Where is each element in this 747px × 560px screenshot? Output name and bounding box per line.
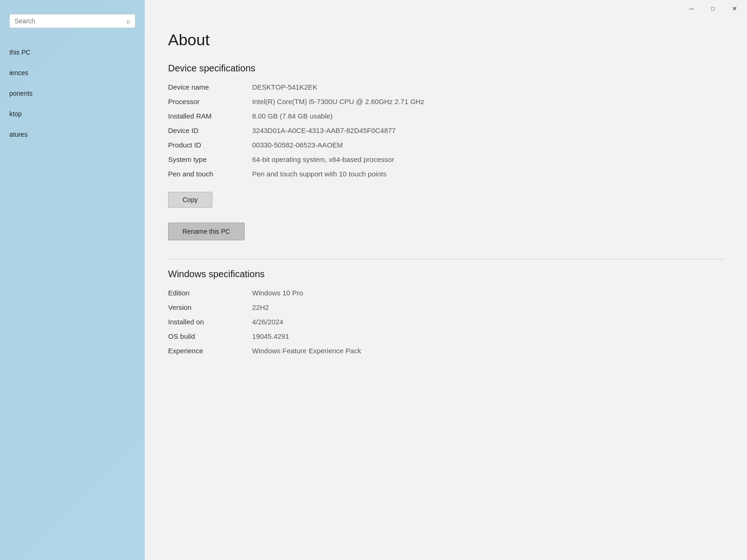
sidebar-item-this-pc[interactable]: this PC: [0, 42, 145, 63]
experience-label: Experience: [168, 347, 243, 355]
sidebar-item-desktop[interactable]: ktop: [0, 104, 145, 124]
device-specs-title: Device specifications: [168, 63, 724, 74]
ram-value: 8.00 GB (7.84 GB usable): [252, 112, 724, 120]
sidebar-item-features[interactable]: atures: [0, 124, 145, 145]
page-title: About: [168, 31, 724, 49]
pen-touch-label: Pen and touch: [168, 170, 243, 178]
edition-label: Edition: [168, 289, 243, 297]
system-type-value: 64-bit operating system, x64-based proce…: [252, 155, 724, 163]
section-divider: [168, 259, 724, 259]
device-id-label: Device ID: [168, 126, 243, 134]
search-box[interactable]: ⌕: [9, 14, 135, 28]
system-type-label: System type: [168, 155, 243, 163]
content-area: About Device specifications Device name …: [145, 17, 747, 560]
sidebar-nav: this PC iences ponents ktop atures: [0, 42, 145, 145]
sidebar-item-components[interactable]: ponents: [0, 83, 145, 104]
windows-specs-title: Windows specifications: [168, 269, 724, 280]
sidebar: ⌕ this PC iences ponents ktop atures: [0, 0, 145, 560]
title-bar: ─ □ ✕: [145, 0, 747, 17]
device-name-value: DESKTOP-541K2EK: [252, 83, 724, 91]
os-build-label: OS build: [168, 332, 243, 340]
windows-specs-table: Edition Windows 10 Pro Version 22H2 Inst…: [168, 289, 724, 355]
close-button[interactable]: ✕: [724, 0, 745, 17]
search-icon: ⌕: [127, 17, 130, 25]
minimize-button[interactable]: ─: [681, 0, 702, 17]
device-name-label: Device name: [168, 83, 243, 91]
experience-value: Windows Feature Experience Pack: [252, 347, 724, 355]
product-id-label: Product ID: [168, 141, 243, 149]
installed-on-value: 4/26/2024: [252, 318, 724, 326]
product-id-value: 00330-50582-06523-AAOEM: [252, 141, 724, 149]
maximize-button[interactable]: □: [702, 0, 724, 17]
device-specs-table: Device name DESKTOP-541K2EK Processor In…: [168, 83, 724, 178]
processor-label: Processor: [168, 98, 243, 105]
rename-pc-button[interactable]: Rename this PC: [168, 223, 245, 240]
version-label: Version: [168, 303, 243, 311]
pen-touch-value: Pen and touch support with 10 touch poin…: [252, 170, 724, 178]
sidebar-item-experiences[interactable]: iences: [0, 63, 145, 83]
edition-value: Windows 10 Pro: [252, 289, 724, 297]
installed-on-label: Installed on: [168, 318, 243, 326]
device-id-value: 3243D01A-A0CE-4313-AAB7-82D45F0C4877: [252, 126, 724, 134]
main-window: ─ □ ✕ About Device specifications Device…: [145, 0, 747, 560]
search-input[interactable]: [14, 17, 127, 25]
ram-label: Installed RAM: [168, 112, 243, 120]
os-build-value: 19045.4291: [252, 332, 724, 340]
processor-value: Intel(R) Core(TM) i5-7300U CPU @ 2.60GHz…: [252, 98, 724, 105]
copy-button[interactable]: Copy: [168, 192, 212, 208]
version-value: 22H2: [252, 303, 724, 311]
